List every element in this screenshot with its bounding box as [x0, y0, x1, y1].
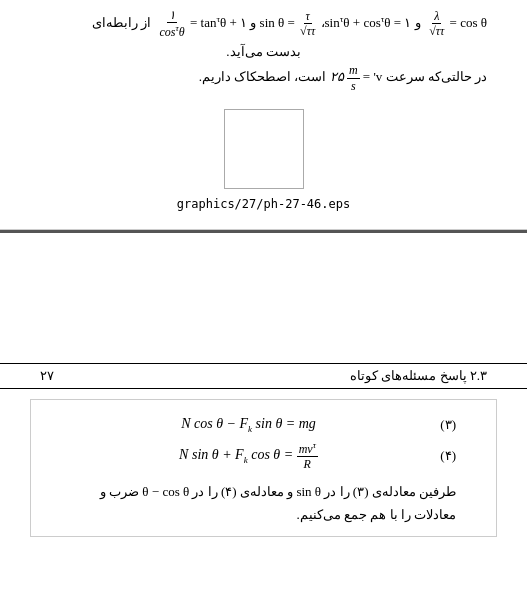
bottom-section: N cos θ − Fk sin θ = mg (۳) N sin θ + Fk…	[30, 399, 497, 537]
bottom-paragraph: طرفین معادله‌ی (۳) را در sin θ و معادله‌…	[71, 480, 456, 527]
chapter-title: ۲.۳ پاسخ مسئله‌های کوتاه	[350, 368, 487, 384]
figure-image	[224, 109, 304, 189]
eq4-number: (۴)	[426, 448, 456, 464]
eq3-content: N cos θ − Fk sin θ = mg	[71, 416, 426, 434]
equation-row-4: N sin θ + Fk cos θ = mvτ R (۴)	[71, 440, 456, 472]
top-paragraph: cos θ = λ√ττ و sin θ = τ√ττ ،sinτθ + cos…	[40, 8, 487, 40]
chapter-header: ۲.۳ پاسخ مسئله‌های کوتاه ۲۷	[0, 363, 527, 389]
equation-row-3: N cos θ − Fk sin θ = mg (۳)	[71, 416, 456, 434]
formula-line1: cos θ = λ√ττ و sin θ = τ√ττ ،sinτθ + cos…	[92, 15, 487, 30]
third-line: در حالتی‌که سرعت v' = ۲۵ ms است، اصطحکاک…	[40, 63, 487, 93]
middle-whitespace	[0, 233, 527, 363]
eq3-number: (۳)	[426, 417, 456, 433]
second-line: بدست می‌آید.	[40, 40, 487, 63]
page-number: ۲۷	[40, 368, 54, 384]
eq4-content: N sin θ + Fk cos θ = mvτ R	[71, 440, 426, 472]
image-caption: graphics/27/ph-27-46.eps	[177, 197, 350, 211]
page-wrapper: cos θ = λ√ττ و sin θ = τ√ττ ،sinτθ + cos…	[0, 0, 527, 594]
image-container: graphics/27/ph-27-46.eps	[40, 101, 487, 219]
top-section: cos θ = λ√ττ و sin θ = τ√ττ ،sinτθ + cos…	[0, 0, 527, 230]
